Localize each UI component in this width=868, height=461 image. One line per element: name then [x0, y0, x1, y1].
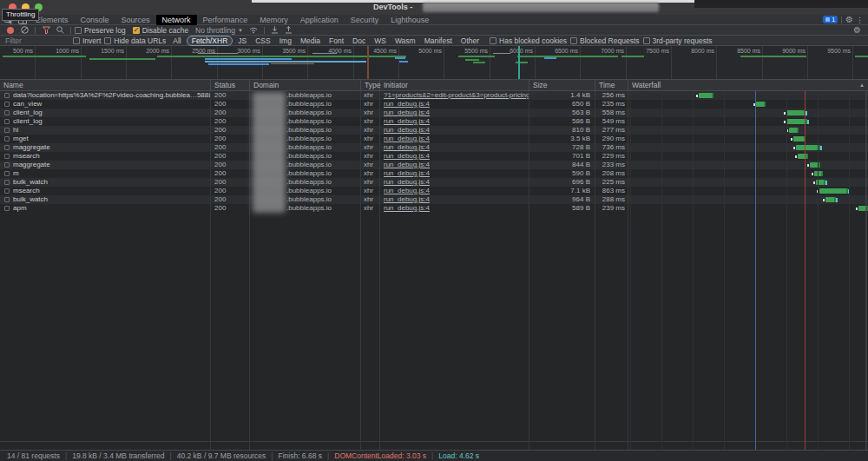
initiator-link[interactable]: run_debug.js:4	[384, 143, 430, 151]
tab-application[interactable]: Application	[294, 15, 345, 25]
table-row[interactable]: client_log200.bubbleapps.ioxhrrun_debug.…	[0, 117, 868, 126]
table-row[interactable]: m200.bubbleapps.ioxhrrun_debug.js:4590 B…	[0, 169, 868, 178]
initiator-link[interactable]: run_debug.js:4	[384, 135, 430, 142]
initiator-link[interactable]: run_debug.js:4	[384, 161, 430, 168]
tab-performance[interactable]: Performance	[197, 15, 254, 25]
table-row[interactable]: bulk_watch200.bubbleapps.ioxhrrun_debug.…	[0, 178, 868, 187]
filter-chip-all[interactable]: All	[169, 36, 184, 45]
row-checkbox[interactable]	[4, 180, 10, 185]
row-checkbox[interactable]	[4, 145, 10, 150]
table-row[interactable]: maggregate200.bubbleapps.ioxhrrun_debug.…	[0, 143, 868, 152]
tab-security[interactable]: Security	[345, 15, 385, 25]
column-header-time[interactable]: Time	[595, 80, 628, 90]
waterfall-bar[interactable]	[796, 145, 820, 150]
filter-chip-font[interactable]: Font	[326, 36, 347, 45]
waterfall-bar[interactable]	[816, 180, 825, 185]
network-overview-timeline[interactable]: 500 ms1000 ms1500 ms2000 ms2500 ms3000 m…	[0, 46, 868, 80]
filter-chip-other[interactable]: Other	[457, 36, 483, 45]
blocked-requests-checkbox[interactable]: Blocked Requests	[570, 36, 640, 45]
tab-memory[interactable]: Memory	[253, 15, 294, 25]
preserve-log-checkbox[interactable]: Preserve log	[75, 26, 126, 35]
issues-badge[interactable]: 1	[823, 16, 838, 23]
settings-gear-icon[interactable]: ⚙	[845, 16, 853, 24]
table-row[interactable]: msearch200.bubbleapps.ioxhrrun_debug.js:…	[0, 187, 868, 195]
tab-console[interactable]: Console	[75, 15, 115, 25]
filter-chip-wasm[interactable]: Wasm	[391, 36, 419, 45]
has-blocked-cookies-checkbox[interactable]: Has blocked cookies	[490, 36, 567, 45]
filter-chip-img[interactable]: Img	[276, 36, 295, 45]
column-header-size[interactable]: Size	[529, 80, 595, 90]
initiator-link[interactable]: run_debug.js:4	[384, 152, 430, 160]
waterfall-bar[interactable]	[858, 206, 868, 211]
initiator-link[interactable]: run_debug.js:4	[384, 204, 430, 212]
row-checkbox[interactable]	[4, 188, 10, 194]
filter-chip-ws[interactable]: WS	[371, 36, 390, 45]
waterfall-bar[interactable]	[786, 119, 807, 124]
filter-input[interactable]: Filter	[5, 36, 69, 45]
throttling-select[interactable]: No throttling▼	[195, 26, 243, 35]
waterfall-bar[interactable]	[793, 136, 806, 142]
disable-cache-checkbox[interactable]: Disable cache	[133, 26, 188, 35]
tab-sources[interactable]: Sources	[115, 15, 156, 25]
table-row[interactable]: maggregate200.bubbleapps.ioxhrrun_debug.…	[0, 161, 868, 169]
waterfall-bar[interactable]	[798, 154, 808, 159]
network-settings-gear-icon[interactable]: ⚙	[853, 26, 861, 35]
initiator-link[interactable]: run_debug.js:4	[384, 117, 430, 125]
initiator-link[interactable]: run_debug.js:4	[384, 109, 430, 116]
kebab-menu-icon[interactable]: ⋮	[856, 16, 864, 24]
waterfall-bar[interactable]	[810, 162, 820, 168]
record-icon[interactable]	[5, 25, 16, 36]
export-har-icon[interactable]	[284, 25, 294, 36]
row-checkbox[interactable]	[4, 154, 10, 159]
waterfall-bar[interactable]	[699, 93, 713, 98]
table-row[interactable]: client_log200.bubbleapps.ioxhrrun_debug.…	[0, 109, 868, 117]
column-header-name[interactable]: Name	[0, 80, 211, 90]
waterfall-bar[interactable]	[756, 102, 766, 107]
initiator-link[interactable]: run_debug.js:4	[384, 195, 430, 203]
clear-icon[interactable]	[19, 25, 30, 36]
table-row[interactable]: mget200.bubbleapps.ioxhrrun_debug.js:43.…	[0, 135, 868, 143]
row-checkbox[interactable]	[4, 119, 10, 124]
row-checkbox[interactable]	[4, 171, 10, 176]
table-row[interactable]: can_view200.bubbleapps.ioxhrrun_debug.js…	[0, 100, 868, 109]
initiator-link[interactable]: run_debug.js:4	[384, 100, 430, 108]
column-header-type[interactable]: Type	[361, 80, 380, 90]
third-party-requests-checkbox[interactable]: 3rd-party requests	[643, 36, 713, 45]
filter-chip-manifest[interactable]: Manifest	[421, 36, 456, 45]
initiator-link[interactable]: run_debug.js:4	[384, 169, 430, 177]
tab-network[interactable]: Network	[156, 15, 197, 25]
row-checkbox[interactable]	[4, 136, 10, 142]
filter-icon[interactable]	[41, 25, 51, 36]
filter-chip-js[interactable]: JS	[234, 36, 250, 45]
column-header-status[interactable]: Status	[211, 80, 250, 90]
hide-data-urls-checkbox[interactable]: Hide data URLs	[104, 36, 166, 45]
filter-chip-css[interactable]: CSS	[252, 36, 273, 45]
column-header-domain[interactable]: Domain	[250, 80, 361, 90]
search-icon[interactable]	[55, 25, 65, 36]
tab-lighthouse[interactable]: Lighthouse	[385, 15, 435, 25]
filter-chip-fetchxhr[interactable]: Fetch/XHR	[187, 36, 233, 46]
waterfall-bar[interactable]	[789, 128, 799, 133]
table-row[interactable]: apm200.bubbleapps.ioxhrrun_debug.js:4589…	[0, 204, 868, 213]
waterfall-bar[interactable]	[786, 110, 806, 115]
import-har-icon[interactable]	[270, 25, 280, 36]
table-row[interactable]: data?location=https%3A%2F%2Fvideo-coachi…	[0, 91, 868, 100]
row-checkbox[interactable]	[4, 102, 10, 107]
filter-chip-doc[interactable]: Doc	[349, 36, 369, 45]
row-checkbox[interactable]	[4, 110, 10, 115]
waterfall-bar[interactable]	[825, 197, 836, 202]
initiator-link[interactable]: ?1=products&2=edit-product&3=product-pri…	[384, 91, 529, 99]
filter-chip-media[interactable]: Media	[297, 36, 324, 45]
row-checkbox[interactable]	[4, 128, 10, 133]
table-row[interactable]: hi200.bubbleapps.ioxhrrun_debug.js:4810 …	[0, 126, 868, 135]
initiator-link[interactable]: run_debug.js:4	[384, 187, 430, 194]
table-row[interactable]: msearch200.bubbleapps.ioxhrrun_debug.js:…	[0, 152, 868, 161]
initiator-link[interactable]: run_debug.js:4	[384, 126, 430, 134]
column-header-waterfall[interactable]: Waterfall▲	[628, 80, 868, 90]
column-header-initiator[interactable]: Initiator	[380, 80, 529, 90]
sort-arrow-icon[interactable]: ▲	[859, 82, 865, 88]
invert-checkbox[interactable]: Invert	[73, 36, 101, 45]
waterfall-bar[interactable]	[814, 171, 823, 176]
table-row[interactable]: bulk_watch200.bubbleapps.ioxhrrun_debug.…	[0, 195, 868, 204]
row-checkbox[interactable]	[4, 197, 10, 202]
